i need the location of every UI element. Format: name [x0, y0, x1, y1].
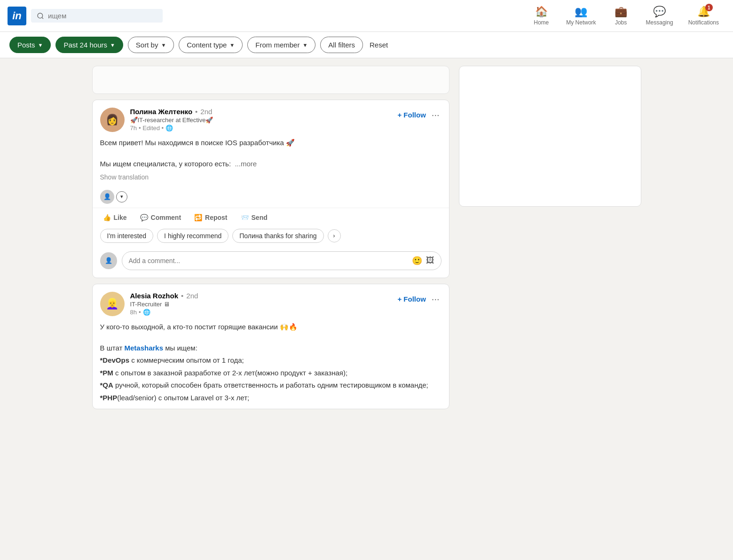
posts-filter-label: Posts	[17, 41, 35, 49]
past24-filter-btn[interactable]: Past 24 hours ▼	[55, 37, 123, 53]
messaging-icon: 💬	[653, 6, 666, 18]
main-layout: 👩 Полина Желтенко • 2nd 🚀IT-researcher a…	[85, 58, 649, 417]
past24-filter-label: Past 24 hours	[63, 41, 107, 49]
reset-label: Reset	[370, 41, 388, 49]
post-actions-top-polina: + Follow ···	[398, 108, 441, 122]
avatar-alesia[interactable]: 👱‍♀️	[100, 292, 125, 316]
follow-label-alesia: Follow	[403, 295, 426, 303]
globe-icon-polina: 🌐	[166, 124, 173, 132]
frommember-filter-label: From member	[255, 41, 300, 49]
show-translation-polina[interactable]: Show translation	[100, 172, 441, 182]
reaction-bar-polina: 👤 ▾	[93, 188, 449, 208]
metasharks-link[interactable]: Metasharks	[124, 344, 163, 352]
repost-label-polina: Repost	[205, 214, 227, 221]
like-button-polina[interactable]: 👍 Like	[96, 210, 134, 225]
nav-my-network[interactable]: 👥 My Network	[560, 2, 602, 30]
reply-chip-thanks-polina[interactable]: Полина thanks for sharing	[232, 229, 323, 243]
search-bar[interactable]: ищем	[31, 9, 163, 23]
nav-notifications-label: Notifications	[688, 19, 719, 26]
post-item2-alesia: *PM с опытом в заказной разработке от 2-…	[100, 368, 441, 379]
follow-label-polina: Follow	[403, 111, 426, 119]
send-icon-polina: 📨	[241, 214, 249, 221]
sortby-filter-label: Sort by	[136, 41, 158, 49]
nav-my-network-label: My Network	[566, 19, 596, 26]
reset-filter-btn[interactable]: Reset	[368, 37, 390, 53]
contenttype-filter-label: Content type	[187, 41, 227, 49]
home-icon: 🏠	[535, 6, 548, 18]
frommember-filter-btn[interactable]: From member ▼	[247, 37, 315, 53]
nav-bar: 🏠 Home 👥 My Network 💼 Jobs 💬 Messaging 🔔…	[525, 2, 725, 30]
post-edited-polina: • Edited •	[139, 124, 164, 132]
post-item3-alesia: *QA ручной, который способен брать ответ…	[100, 380, 441, 391]
reply-more-chevron-polina[interactable]: ›	[328, 229, 341, 242]
search-input[interactable]: ищем	[48, 12, 157, 20]
post-header-polina: 👩 Полина Желтенко • 2nd 🚀IT-researcher a…	[93, 100, 449, 132]
like-label-polina: Like	[114, 214, 127, 221]
comment-label-polina: Comment	[151, 214, 181, 221]
post-time-text-polina: 7h	[130, 124, 137, 132]
nav-messaging-label: Messaging	[646, 19, 673, 26]
my-network-icon: 👥	[575, 6, 587, 18]
like-icon-polina: 👍	[103, 214, 111, 221]
post-title-alesia: IT-Recruiter 🖥	[130, 301, 392, 308]
follow-button-alesia[interactable]: + Follow	[398, 295, 426, 303]
repost-button-polina[interactable]: 🔁 Repost	[188, 210, 234, 225]
emoji-button-polina[interactable]: 🙂	[412, 256, 422, 266]
posts-filter-btn[interactable]: Posts ▼	[9, 37, 51, 53]
globe-icon-alesia: 🌐	[143, 309, 150, 316]
author-degree-alesia: •	[181, 292, 183, 300]
author-degree-polina: •	[195, 108, 197, 116]
svg-point-0	[38, 13, 43, 18]
comment-button-polina[interactable]: 💬 Comment	[134, 210, 188, 225]
post-author-polina: Полина Желтенко • 2nd	[130, 108, 392, 116]
post-item4-alesia: *PHP(lead/senior) с опытом Laravel от 3-…	[100, 393, 441, 404]
reply-chip-interested-polina[interactable]: I'm interested	[100, 229, 154, 243]
post-intro-alesia: У кого-то выходной, а кто-то постит горя…	[100, 322, 441, 333]
allfilters-filter-label: All filters	[328, 41, 355, 49]
more-link-polina[interactable]: ...more	[235, 160, 257, 168]
post-time-polina: 7h • Edited • 🌐	[130, 124, 392, 132]
comment-icon-polina: 💬	[140, 214, 148, 221]
author-degree-label-alesia: 2nd	[186, 292, 198, 300]
nav-jobs-label: Jobs	[615, 19, 627, 26]
post-author-alesia: Alesia Rozhok • 2nd	[130, 292, 392, 300]
reply-chip-recommend-polina[interactable]: I highly recommend	[157, 229, 229, 243]
follow-plus-polina: +	[398, 111, 402, 119]
more-button-alesia[interactable]: ···	[430, 292, 441, 306]
action-bar-polina: 👍 Like 💬 Comment 🔁 Repost 📨 Send	[93, 208, 449, 227]
avatar-polina[interactable]: 👩	[100, 108, 125, 132]
post-card-alesia: 👱‍♀️ Alesia Rozhok • 2nd IT-Recruiter 🖥 …	[92, 284, 449, 410]
post-line2-polina: Мы ищем специалиста, у которого есть: ..…	[100, 159, 441, 170]
reaction-expand-polina[interactable]: ▾	[116, 191, 127, 202]
notifications-icon: 🔔 1	[697, 6, 710, 18]
send-label-polina: Send	[252, 214, 268, 221]
contenttype-filter-btn[interactable]: Content type ▼	[179, 37, 243, 53]
more-button-polina[interactable]: ···	[430, 108, 441, 122]
post-body-alesia: У кого-то выходной, а кто-то постит горя…	[93, 316, 449, 409]
post-meta-alesia: Alesia Rozhok • 2nd IT-Recruiter 🖥 8h • …	[130, 292, 392, 316]
nav-home-label: Home	[534, 19, 549, 26]
nav-jobs[interactable]: 💼 Jobs	[605, 2, 638, 30]
comment-box-polina: 👤 🙂 🖼	[93, 249, 449, 278]
send-button-polina[interactable]: 📨 Send	[234, 210, 274, 225]
nav-messaging[interactable]: 💬 Messaging	[639, 2, 680, 30]
post-dot-alesia: •	[139, 309, 141, 316]
allfilters-filter-btn[interactable]: All filters	[320, 37, 363, 53]
nav-home[interactable]: 🏠 Home	[525, 2, 558, 30]
reaction-avatar-1-polina: 👤	[100, 190, 114, 204]
svg-line-1	[42, 17, 43, 19]
contenttype-chevron-icon: ▼	[229, 42, 235, 48]
comment-input-polina[interactable]	[129, 257, 408, 264]
comment-input-wrap-polina[interactable]: 🙂 🖼	[122, 251, 441, 270]
nav-notifications[interactable]: 🔔 1 Notifications	[682, 2, 725, 30]
linkedin-logo[interactable]: in	[8, 7, 26, 25]
sortby-filter-btn[interactable]: Sort by ▼	[128, 37, 174, 53]
post-body-polina: Всем привет! Мы находимся в поиске IOS р…	[93, 132, 449, 188]
image-button-polina[interactable]: 🖼	[426, 256, 434, 265]
author-name-alesia[interactable]: Alesia Rozhok	[130, 292, 179, 300]
follow-button-polina[interactable]: + Follow	[398, 111, 426, 119]
post-title-polina: 🚀IT-researcher at Effective🚀	[130, 117, 392, 124]
feed-column: 👩 Полина Желтенко • 2nd 🚀IT-researcher a…	[92, 66, 449, 409]
author-name-polina[interactable]: Полина Желтенко	[130, 108, 193, 116]
post-time-text-alesia: 8h	[130, 309, 137, 316]
